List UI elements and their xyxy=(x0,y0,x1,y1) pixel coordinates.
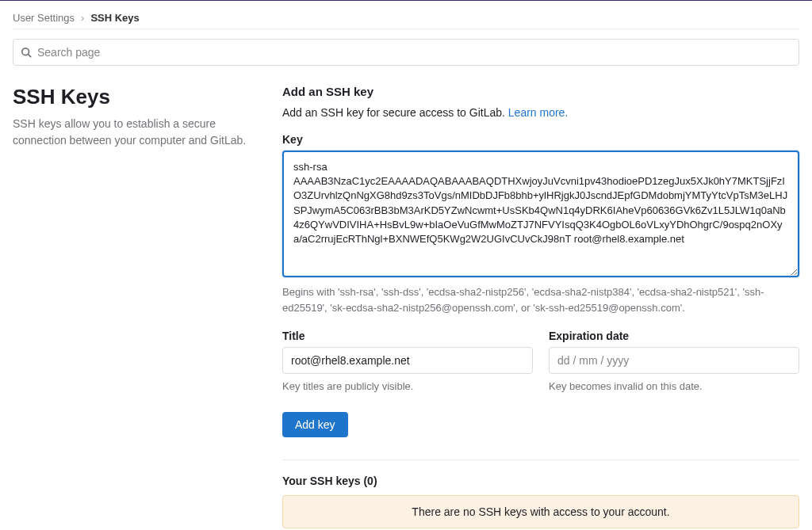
add-key-button[interactable]: Add key xyxy=(282,412,348,437)
search-icon xyxy=(21,47,32,58)
page-description: SSH keys allow you to establish a secure… xyxy=(13,116,251,149)
breadcrumb-current: SSH Keys xyxy=(90,12,139,24)
left-column: SSH Keys SSH keys allow you to establish… xyxy=(13,85,251,528)
title-expiration-row: Title Key titles are publicly visible. E… xyxy=(282,330,799,395)
right-column: Add an SSH key Add an SSH key for secure… xyxy=(282,85,799,528)
breadcrumb: User Settings › SSH Keys xyxy=(13,7,799,29)
svg-line-1 xyxy=(29,55,32,58)
page-title: SSH Keys xyxy=(13,85,251,109)
learn-more-link[interactable]: Learn more. xyxy=(508,106,568,119)
search-container xyxy=(13,39,799,66)
add-key-description: Add an SSH key for secure access to GitL… xyxy=(282,106,799,119)
svg-point-0 xyxy=(22,48,29,55)
key-textarea[interactable]: ssh-rsa AAAAB3NzaC1yc2EAAAADAQABAAABAQDT… xyxy=(282,151,799,277)
expiration-column: Expiration date Key becomes invalid on t… xyxy=(549,330,799,395)
add-key-title: Add an SSH key xyxy=(282,85,799,98)
title-field-label: Title xyxy=(282,330,533,342)
expiration-helper-text: Key becomes invalid on this date. xyxy=(549,379,799,395)
title-input[interactable] xyxy=(282,347,533,374)
empty-keys-message: There are no SSH keys with access to you… xyxy=(282,495,799,528)
top-divider xyxy=(0,0,812,1)
main-layout: SSH Keys SSH keys allow you to establish… xyxy=(13,85,799,528)
expiration-input[interactable] xyxy=(549,347,799,374)
title-column: Title Key titles are publicly visible. xyxy=(282,330,533,395)
title-helper-text: Key titles are publicly visible. xyxy=(282,379,533,395)
key-field-label: Key xyxy=(282,133,799,146)
chevron-right-icon: › xyxy=(81,12,84,24)
section-divider xyxy=(282,459,799,460)
your-keys-heading: Your SSH keys (0) xyxy=(282,475,799,487)
expiration-field-label: Expiration date xyxy=(549,330,799,342)
breadcrumb-parent[interactable]: User Settings xyxy=(13,12,75,24)
add-key-desc-text: Add an SSH key for secure access to GitL… xyxy=(282,106,508,119)
key-helper-text: Begins with 'ssh-rsa', 'ssh-dss', 'ecdsa… xyxy=(282,284,799,315)
search-input[interactable] xyxy=(13,39,799,66)
